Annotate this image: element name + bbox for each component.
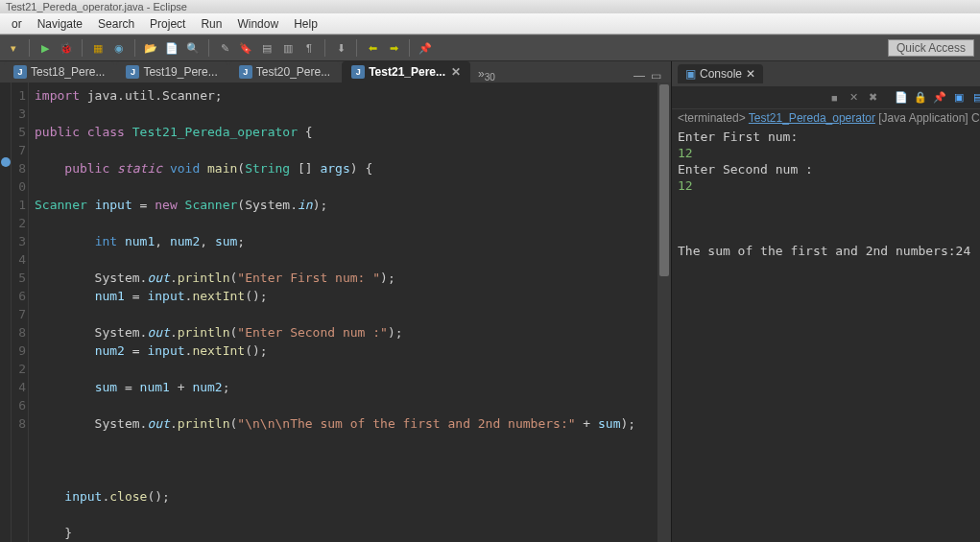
java-file-icon: J <box>239 65 252 79</box>
menu-help[interactable]: Help <box>286 15 325 33</box>
back-icon[interactable]: ⬅ <box>365 40 380 56</box>
new-package-icon[interactable]: ▦ <box>90 40 106 56</box>
forward-icon[interactable]: ➡ <box>386 40 401 56</box>
outline-icon[interactable]: ▤ <box>259 40 275 56</box>
java-file-icon: J <box>351 65 365 79</box>
menu-window[interactable]: Window <box>229 15 286 33</box>
launch-link[interactable]: Test21_Pereda_operator <box>749 111 875 125</box>
breakpoint-marker[interactable] <box>1 157 11 167</box>
editor-panel: JTest18_Pere...JTest19_Pere...JTest20_Pe… <box>0 61 672 542</box>
pin-icon[interactable]: 📌 <box>418 40 433 56</box>
bookmark-icon[interactable]: 🔖 <box>238 40 253 56</box>
java-file-icon: J <box>126 65 139 79</box>
menu-bar: orNavigateSearchProjectRunWindowHelp <box>0 13 980 35</box>
launch-suffix: [Java Application] C:\ <box>878 111 980 125</box>
run-icon[interactable]: ▶ <box>37 40 53 56</box>
tab-label: Test20_Pere... <box>256 65 330 79</box>
menu-project[interactable]: Project <box>142 15 193 33</box>
terminate-icon[interactable]: ■ <box>826 90 842 106</box>
show-list-icon[interactable]: »30 <box>478 67 495 82</box>
code-area[interactable]: import java.util.Scanner; public class T… <box>29 82 657 542</box>
remove-all-icon[interactable]: ✖ <box>865 90 880 106</box>
tab-label: Test19_Pere... <box>143 65 217 79</box>
console-tab[interactable]: ▣ Console ✕ <box>678 64 763 83</box>
terminated-label: <terminated> <box>678 111 746 125</box>
tab-label: Test18_Pere... <box>31 65 105 79</box>
open-task-icon[interactable]: 📄 <box>164 40 179 56</box>
console-icon: ▣ <box>685 67 696 81</box>
menu-search[interactable]: Search <box>90 15 142 33</box>
show-whitespace-icon[interactable]: ¶ <box>301 40 317 56</box>
editor-tab-0[interactable]: JTest18_Pere... <box>4 61 114 82</box>
next-annotation-icon[interactable]: ⬇ <box>333 40 348 56</box>
console-toolbar: ■ ✕ ✖ 📄 🔒 📌 ▣ ▤ <box>672 86 980 109</box>
close-icon[interactable]: ✕ <box>451 65 461 79</box>
scroll-lock-icon[interactable]: 🔒 <box>913 90 928 106</box>
line-number-gutter: 1 3 5 7 8 0 1 2 3 4 5 6 7 8 9 2 4 6 8 <box>12 82 29 542</box>
maximize-icon[interactable]: ▭ <box>651 69 661 82</box>
tab-overflow[interactable]: »30 <box>478 67 495 82</box>
console-status: <terminated> Test21_Pereda_operator [Jav… <box>672 109 980 127</box>
menu-navigate[interactable]: Navigate <box>30 15 90 33</box>
tab-label: Test21_Pere... <box>369 65 445 79</box>
window-title: Test21_Pereda_operator.java - Eclipse <box>0 0 980 13</box>
remove-launch-icon[interactable]: ✕ <box>846 90 861 106</box>
menu-or[interactable]: or <box>4 15 30 33</box>
editor-tab-2[interactable]: JTest20_Pere... <box>229 61 340 82</box>
new-class-icon[interactable]: ◉ <box>111 40 127 56</box>
search-icon[interactable]: 🔍 <box>185 40 201 56</box>
marker-column <box>0 82 12 542</box>
new-icon[interactable]: ▾ <box>6 40 21 56</box>
quick-access-field[interactable]: Quick Access <box>888 39 974 57</box>
toggle-mark-icon[interactable]: ✎ <box>217 40 232 56</box>
java-file-icon: J <box>13 65 27 79</box>
display-selected-icon[interactable]: ▣ <box>951 90 967 106</box>
console-tab-label: Console <box>700 67 742 81</box>
toggle-block-icon[interactable]: ▥ <box>280 40 296 56</box>
main-toolbar: ▾ ▶ 🐞 ▦ ◉ 📂 📄 🔍 ✎ 🔖 ▤ ▥ ¶ ⬇ ⬅ ➡ 📌 Quick … <box>0 35 980 61</box>
minimize-icon[interactable]: — <box>633 69 645 82</box>
editor-tab-1[interactable]: JTest19_Pere... <box>116 61 227 82</box>
pin-console-icon[interactable]: 📌 <box>932 90 947 106</box>
console-panel: ▣ Console ✕ ■ ✕ ✖ 📄 🔒 📌 ▣ ▤ <terminated>… <box>672 61 980 542</box>
console-output[interactable]: Enter First num: 12Enter Second num :12 … <box>672 127 980 542</box>
console-header: ▣ Console ✕ <box>672 61 980 86</box>
open-console-icon[interactable]: ▤ <box>970 90 980 106</box>
open-type-icon[interactable]: 📂 <box>143 40 158 56</box>
scrollbar-thumb[interactable] <box>659 84 669 276</box>
vertical-scrollbar[interactable] <box>657 82 671 542</box>
clear-console-icon[interactable]: 📄 <box>894 90 909 106</box>
editor-tab-3[interactable]: JTest21_Pere...✕ <box>342 61 470 82</box>
editor-tabs: JTest18_Pere...JTest19_Pere...JTest20_Pe… <box>0 61 671 82</box>
menu-run[interactable]: Run <box>193 15 229 33</box>
close-icon[interactable]: ✕ <box>746 67 755 81</box>
debug-icon[interactable]: 🐞 <box>59 40 74 56</box>
editor-body[interactable]: 1 3 5 7 8 0 1 2 3 4 5 6 7 8 9 2 4 6 8 im… <box>0 82 671 542</box>
